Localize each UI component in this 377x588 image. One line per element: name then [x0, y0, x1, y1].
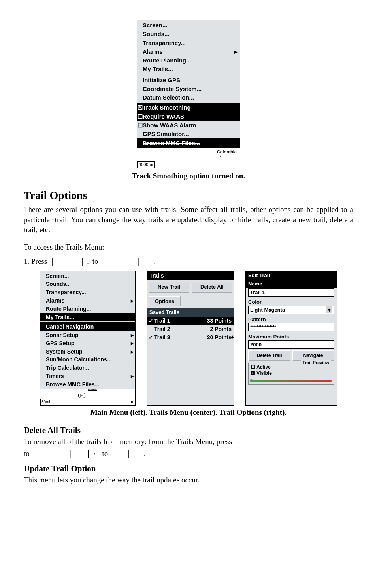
trail-name: Trail 1 [154, 317, 170, 325]
color-label: Color [246, 298, 337, 306]
mm-trip-calculator[interactable]: Trip Calculator... [40, 364, 135, 372]
trail-row-2[interactable]: Trail 2 2 Points [147, 325, 234, 333]
new-trail-button[interactable]: New Trail [149, 282, 189, 293]
color-dropdown[interactable]: Light Magenta ▾ [248, 306, 334, 314]
gps-settings-menu: Screen... Sounds... Transparency... Alar… [137, 20, 240, 168]
menu-item-my-trails[interactable]: My Trails... [137, 65, 240, 74]
mm-transparency[interactable]: Transparency... [40, 288, 135, 297]
delete-trail-button[interactable]: Delete Trail [248, 350, 290, 361]
left-arrow-icon: ← [92, 449, 100, 458]
pattern-label: Pattern [246, 316, 337, 323]
key-slot-1c: | [136, 256, 142, 267]
name-label: Name [246, 280, 337, 288]
active-label: Active [256, 364, 271, 370]
subsection-delete-all: Delete All Trails [24, 425, 353, 436]
preview-title: Trail Preview [301, 360, 331, 366]
delete-all-nav: to | | ← to | . [24, 448, 353, 459]
preview-line [251, 380, 332, 382]
menu-item-alarms[interactable]: Alarms [137, 47, 240, 56]
figure1-caption: Track Smoothing option turned on. [24, 171, 353, 181]
mm-road-shield: 64 [78, 393, 85, 398]
mm-browse-mmc[interactable]: Browse MMC Files... [40, 380, 135, 389]
mm-gps-setup[interactable]: GPS Setup [40, 339, 135, 348]
pattern-field[interactable]: **************** [248, 323, 334, 332]
mm-map-label: DIXBY [88, 389, 97, 393]
trail-name-field[interactable]: Trail 1 [248, 288, 334, 297]
access-line: To access the Trails Menu: [24, 242, 353, 252]
menu-item-sounds[interactable]: Sounds... [137, 30, 240, 38]
trail-points: 20 Points [207, 334, 232, 341]
saved-trails-header: Saved Trails [147, 308, 234, 317]
menu-item-transparency[interactable]: Transparency... [137, 39, 240, 47]
menu-item-datum-selection[interactable]: Datum Selection... [137, 93, 240, 102]
key-slot-1b: | [79, 256, 85, 267]
max-points-label: Maximum Points [246, 333, 337, 340]
trail-preview-box: Trail Preview ☐ Active ☒ Visible [248, 363, 334, 385]
menu-item-require-waas[interactable]: Require WAAS [137, 112, 240, 121]
trail-row-1[interactable]: ✓ Trail 1 33 Points [147, 317, 234, 325]
trails-menu-panel: Trails New Trail Delete All Options Save… [147, 271, 234, 406]
cursor-icon: ✦ [230, 334, 235, 341]
menu-item-track-smoothing[interactable]: Track Smoothing [137, 103, 240, 112]
mm-timers[interactable]: Timers [40, 372, 135, 380]
menu-item-coordinate-system[interactable]: Coordinate System... [137, 85, 240, 93]
max-points-field[interactable]: 2000 [248, 340, 334, 349]
menu-group-2: Initialize GPS Coordinate System... Datu… [137, 75, 240, 104]
edit-trail-title: Edit Trail [246, 271, 337, 280]
check-icon [149, 325, 154, 333]
map-preview: Colombia › 4000mi [137, 148, 240, 168]
update-trail-body: This menu lets you change the way the tr… [24, 475, 353, 485]
trail-row-3[interactable]: ✓ Trail 3 20 Points ✦ [147, 333, 234, 342]
mm-cancel-navigation[interactable]: Cancel Navigation [40, 323, 135, 331]
subsection-update-trail: Update Trail Option [24, 463, 353, 474]
mm-map-preview: DIXBY 64 30mi [40, 389, 135, 405]
check-icon: ✓ [149, 334, 154, 341]
map-marker: › [220, 154, 221, 159]
mm-screen[interactable]: Screen... [40, 272, 135, 280]
delete-all-line1: To remove all of the trails from memory:… [24, 437, 353, 447]
step1-mid: to [90, 256, 100, 267]
mm-sonar-setup[interactable]: Sonar Setup [40, 331, 135, 339]
step1-prefix: 1. Press [24, 256, 49, 267]
figure2-caption: Main Menu (left). Trails Menu (center). … [24, 407, 353, 418]
trail-points: 2 Points [210, 325, 232, 333]
menu-item-initialize-gps[interactable]: Initialize GPS [137, 76, 240, 85]
step-1-line: 1. Press | | ↓ to | . [24, 256, 353, 267]
trail-name: Trail 3 [154, 334, 170, 341]
check-icon: ✓ [149, 317, 154, 325]
menu-item-screen[interactable]: Screen... [137, 21, 240, 30]
trail-options-button[interactable]: Options [149, 296, 181, 307]
mm-my-trails[interactable]: My Trails... [40, 313, 135, 321]
visible-checkbox[interactable]: ☒ Visible [251, 370, 332, 376]
edit-trail-panel: Edit Trail Name Trail 1 Color Light Mage… [245, 271, 337, 406]
dropdown-arrow-icon[interactable]: ▾ [326, 306, 332, 314]
key-slot-2c: | [126, 448, 132, 459]
menu-item-gps-simulator[interactable]: GPS Simulator... [137, 130, 240, 138]
section-heading-trail-options: Trail Options [24, 188, 353, 203]
visible-label: Visible [256, 371, 271, 376]
mm-system-setup[interactable]: System Setup [40, 348, 135, 356]
menu-group-1: Screen... Sounds... Transparency... Alar… [137, 20, 240, 75]
delete-all-button[interactable]: Delete All [192, 282, 232, 293]
key-slot-2b: | [85, 448, 92, 459]
key-slot-1a: | [49, 256, 55, 267]
trail-name: Trail 2 [154, 325, 170, 333]
menu-item-show-waas-alarm[interactable]: Show WAAS Alarm [137, 121, 240, 130]
down-arrow-icon: ↓ [85, 257, 90, 266]
mm-scale: 30mi [40, 399, 51, 405]
mm-sounds[interactable]: Sounds... [40, 280, 135, 288]
key-slot-2a: | [67, 448, 74, 459]
to-label-a: to [24, 448, 32, 459]
to-label-b: to [100, 448, 110, 459]
section-body: There are several options you can use wi… [24, 204, 353, 235]
map-scale: 4000mi [137, 161, 155, 168]
trails-title: Trails [147, 271, 234, 280]
menu-item-route-planning[interactable]: Route Planning... [137, 56, 240, 65]
color-value: Light Magenta [250, 306, 326, 314]
mm-alarms[interactable]: Alarms [40, 297, 135, 305]
trail-points: 33 Points [207, 317, 232, 325]
mm-route-planning[interactable]: Route Planning... [40, 305, 135, 313]
mm-sun-moon[interactable]: Sun/Moon Calculations... [40, 355, 135, 364]
menu-item-browse-mmc[interactable]: Browse MMC Files... [137, 138, 240, 148]
main-menu-panel: Screen... Sounds... Transparency... Alar… [40, 271, 136, 406]
